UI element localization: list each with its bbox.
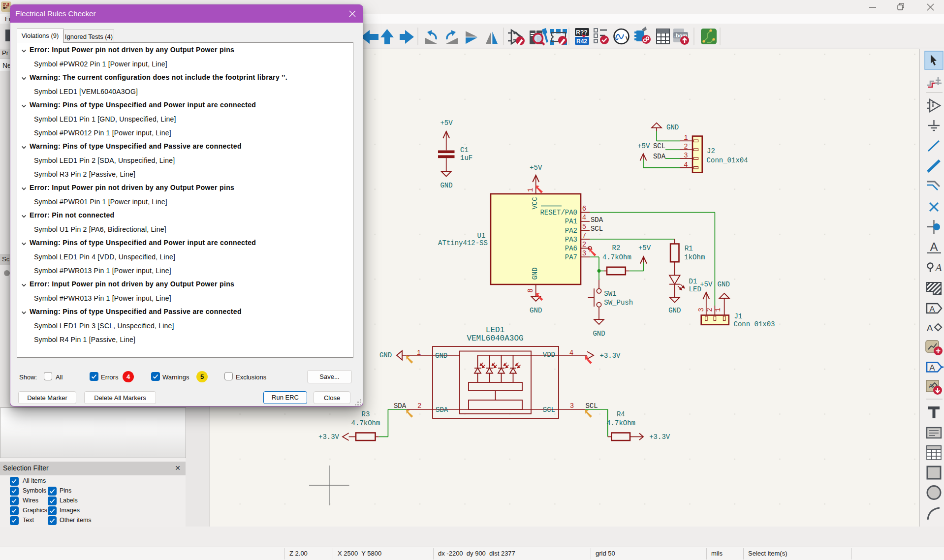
svg-text:3: 3 <box>570 402 574 410</box>
svg-text:VEML6040A3OG: VEML6040A3OG <box>467 334 523 343</box>
svg-text:J2: J2 <box>707 147 715 155</box>
svg-text:SCL: SCL <box>591 225 603 233</box>
svg-text:6: 6 <box>582 205 586 213</box>
svg-text:PA6: PA6 <box>565 245 577 252</box>
svg-text:A: A <box>929 305 935 314</box>
svg-text:R3: R3 <box>362 410 370 418</box>
svg-text:V: V <box>626 35 629 41</box>
svg-text:J1: J1 <box>734 312 742 320</box>
svg-text:SDA: SDA <box>653 153 666 160</box>
svg-text:3: 3 <box>684 152 688 159</box>
svg-text:GND: GND <box>440 182 452 189</box>
svg-text:PA1: PA1 <box>565 218 577 225</box>
svg-text:GND: GND <box>435 352 447 360</box>
svg-text:GND: GND <box>531 267 539 280</box>
svg-text:+5V: +5V <box>637 142 650 150</box>
svg-text:+3.3V: +3.3V <box>318 433 340 441</box>
svg-text:RESET/PA0: RESET/PA0 <box>540 209 577 217</box>
svg-text:LED: LED <box>689 285 701 293</box>
svg-text:4: 4 <box>569 349 573 357</box>
svg-text:SW1: SW1 <box>604 290 616 298</box>
svg-text:SDA: SDA <box>436 406 448 414</box>
svg-text:PA2: PA2 <box>565 227 577 235</box>
svg-text:SCL: SCL <box>653 142 665 150</box>
svg-text:1: 1 <box>714 308 722 311</box>
svg-text:C1: C1 <box>460 146 469 154</box>
svg-text:2: 2 <box>706 308 714 311</box>
svg-text:SCL: SCL <box>585 402 598 410</box>
svg-text:GND: GND <box>668 307 681 314</box>
svg-text:Conn_01x04: Conn_01x04 <box>707 156 748 164</box>
svg-text:5: 5 <box>582 223 586 231</box>
svg-text:PA3: PA3 <box>565 236 577 244</box>
svg-text:4.7kOhm: 4.7kOhm <box>606 419 635 427</box>
svg-text:Conn_01x03: Conn_01x03 <box>734 320 775 328</box>
svg-text:4.7kOhm: 4.7kOhm <box>602 253 631 261</box>
svg-text:2: 2 <box>684 143 688 151</box>
svg-text:R2: R2 <box>612 244 621 252</box>
svg-text:SW_Push: SW_Push <box>604 299 633 307</box>
svg-text:1: 1 <box>527 188 535 192</box>
svg-text:1: 1 <box>684 134 688 142</box>
svg-text:4.7kOhm: 4.7kOhm <box>351 419 380 427</box>
svg-text:LED1: LED1 <box>486 326 504 335</box>
svg-text:3: 3 <box>582 249 586 257</box>
svg-text:D1: D1 <box>689 278 697 285</box>
svg-text:1uF: 1uF <box>460 154 472 162</box>
svg-text:2: 2 <box>417 402 421 410</box>
svg-text:2: 2 <box>582 241 586 249</box>
svg-text:GND: GND <box>718 280 730 288</box>
svg-text:SDA: SDA <box>394 402 407 410</box>
svg-text:R42: R42 <box>576 38 587 45</box>
svg-text:A: A <box>929 363 935 373</box>
svg-text:GND: GND <box>379 351 392 359</box>
svg-text:VDD: VDD <box>543 351 555 359</box>
svg-text:GND: GND <box>666 124 679 131</box>
svg-text:A: A <box>927 323 933 333</box>
svg-text:R1: R1 <box>685 245 693 252</box>
svg-text:GND: GND <box>530 307 542 314</box>
svg-text:GND: GND <box>593 330 605 338</box>
svg-text:+5V: +5V <box>440 119 453 127</box>
svg-text:7: 7 <box>582 232 586 240</box>
svg-text:U1: U1 <box>477 232 486 240</box>
svg-text:A: A <box>930 240 938 253</box>
svg-text:VCC: VCC <box>531 197 539 209</box>
svg-text:4: 4 <box>582 214 586 221</box>
svg-text:R??: R?? <box>576 29 587 36</box>
svg-text:3: 3 <box>697 308 705 311</box>
svg-text:SCL: SCL <box>543 406 555 414</box>
svg-text:1: 1 <box>417 349 421 357</box>
svg-text:ATtiny412-SS: ATtiny412-SS <box>438 239 488 247</box>
svg-text:SDA: SDA <box>591 216 603 224</box>
svg-text:+5V: +5V <box>700 280 713 288</box>
svg-text:8: 8 <box>527 288 535 292</box>
svg-text:A: A <box>934 261 942 274</box>
svg-text:+3.3V: +3.3V <box>649 433 670 441</box>
svg-text:+3.3V: +3.3V <box>600 352 621 360</box>
svg-text:+5V: +5V <box>530 164 542 172</box>
svg-text:+5V: +5V <box>638 244 651 252</box>
svg-text:4: 4 <box>684 161 688 169</box>
svg-text:1kOhm: 1kOhm <box>684 253 705 261</box>
svg-text:R4: R4 <box>617 410 625 418</box>
svg-text:PA7: PA7 <box>565 253 577 261</box>
